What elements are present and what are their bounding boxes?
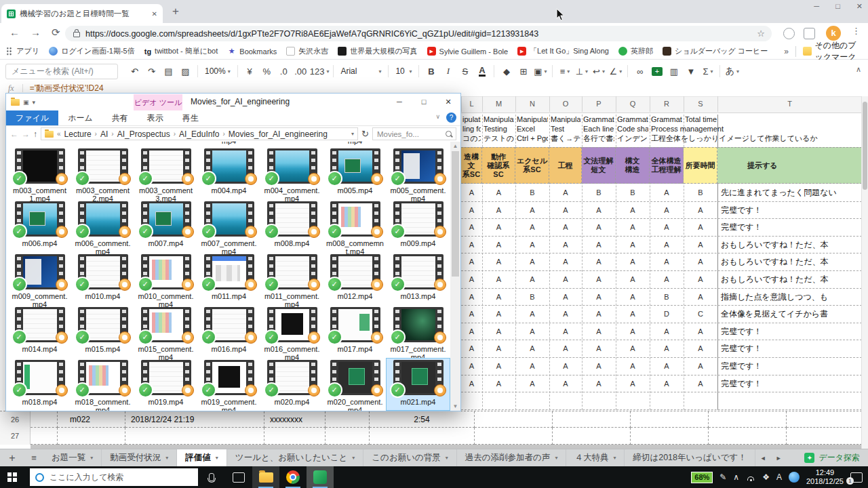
comment-cell[interactable]: おもしろいですね！ただ、本 <box>717 271 863 288</box>
grade-cell[interactable]: A <box>582 340 616 357</box>
bookmark-star-icon[interactable]: ☆ <box>757 28 765 39</box>
bookmark-item[interactable]: 矢沢永吉 <box>286 46 328 56</box>
font-size-button[interactable]: 10▾ <box>393 63 414 79</box>
grade-cell[interactable]: A <box>549 237 582 253</box>
table-cell[interactable] <box>631 411 709 428</box>
sheet-tab[interactable]: ４大特典▾ <box>566 449 625 466</box>
scroll-down-icon[interactable]: ▼ <box>450 403 460 409</box>
video-tools-tab[interactable]: ビデオ ツール <box>134 94 182 110</box>
file-item[interactable]: ✓m006_comment.mp4 <box>71 200 134 251</box>
bookmark-item[interactable]: ▶Sylvie Guillem - Bole <box>427 47 508 56</box>
grade-cell[interactable]: C <box>684 306 717 323</box>
grade-cell[interactable]: A <box>582 237 616 253</box>
comment-cell[interactable]: 完璧です！ <box>717 323 863 340</box>
breadcrumb-item[interactable]: AI_EduInfo <box>179 129 219 139</box>
notification-icon[interactable]: 1 <box>850 472 863 483</box>
table-row[interactable]: AABABBAB先に進まれてまったく問題ない <box>461 184 862 202</box>
start-button[interactable] <box>0 466 30 488</box>
table-row[interactable]: AAAAAAAAおもしろいですね！ただ、本 <box>461 271 862 289</box>
horizontal-align-button[interactable]: ≡▾ <box>557 63 572 79</box>
grade-cell[interactable]: A <box>650 271 684 288</box>
grade-cell[interactable]: A <box>616 323 650 340</box>
grade-cell[interactable]: A <box>616 219 650 236</box>
explorer-up-icon[interactable]: ↑ <box>33 129 37 139</box>
grade-cell[interactable]: A <box>515 253 549 270</box>
table-row[interactable]: AAAAAAAAおもしろいですね！ただ、本 <box>461 237 862 254</box>
file-item[interactable]: ✓m007.mp4 <box>134 200 197 251</box>
grade-cell[interactable]: A <box>482 340 515 357</box>
grade-cell[interactable]: A <box>515 340 549 357</box>
table-row[interactable]: AAAAAAAAおもしろいですね！ただ、本 <box>461 253 862 271</box>
grade-cell[interactable]: A <box>684 219 717 236</box>
help-icon[interactable]: ? <box>446 113 456 123</box>
taskbar-file-explorer[interactable] <box>252 466 279 488</box>
bookmarks-overflow-icon[interactable]: » <box>784 47 789 56</box>
grade-cell[interactable]: A <box>461 271 482 288</box>
bookmark-item[interactable]: ログイン画面-1期-5倍 <box>49 46 135 56</box>
table-cell[interactable] <box>787 428 862 445</box>
colored-header-cell[interactable]: 工程 <box>549 147 582 184</box>
table-row[interactable]: AAAAAAAA完璧です！ <box>461 375 862 393</box>
grade-cell[interactable]: A <box>616 202 650 219</box>
comment-cell[interactable]: おもしろいですね！ただ、本 <box>717 253 863 270</box>
minimize-icon[interactable]: ─ <box>814 2 819 11</box>
file-item[interactable]: ✓m015_comment.mp4 <box>134 306 197 357</box>
browser-tab[interactable]: 機械学習のお題と目標時間一覧 ✕ <box>1 4 163 23</box>
tab-scroll-left-icon[interactable]: ◄ <box>755 449 771 466</box>
formula-input[interactable]: ='動画受付状況'!D24 <box>30 83 104 94</box>
grade-cell[interactable]: A <box>482 237 515 253</box>
filter-button[interactable]: ▼ <box>683 63 698 79</box>
taskbar-green-app[interactable] <box>307 466 334 488</box>
file-item[interactable]: ✓m018.mp4 <box>8 359 71 410</box>
table-cell[interactable]: m022 <box>58 411 125 428</box>
table-row[interactable]: AAAAAAAA完璧です！ <box>461 340 862 358</box>
grade-cell[interactable]: A <box>650 358 684 375</box>
table-row[interactable]: 27 <box>0 428 862 445</box>
italic-button[interactable]: I <box>440 63 456 79</box>
file-item[interactable]: ✓m018_comment.mp4 <box>71 359 134 410</box>
table-cell[interactable] <box>31 411 58 428</box>
forward-icon[interactable]: → <box>31 26 41 38</box>
grade-cell[interactable]: A <box>549 289 582 306</box>
grade-cell[interactable]: A <box>582 358 616 375</box>
browser-menu-icon[interactable]: ⋮ <box>852 26 861 36</box>
grade-cell[interactable]: A <box>482 202 515 219</box>
ribbon-tab-4[interactable]: 表示 <box>138 110 173 125</box>
grade-cell[interactable]: A <box>582 306 616 323</box>
bookmark-item[interactable]: ▶「Let It Go」Sing Along <box>517 46 609 56</box>
paint-format-button[interactable]: ▨ <box>178 63 193 79</box>
file-item[interactable]: ✓m011_comment.mp4 <box>260 253 323 304</box>
grade-cell[interactable]: A <box>650 253 684 270</box>
file-list[interactable]: mp4mp4✓m003_comment1.mp4✓m003_comment2.m… <box>6 142 450 411</box>
grade-cell[interactable]: A <box>684 253 717 270</box>
back-icon[interactable]: ← <box>9 26 20 38</box>
grade-cell[interactable]: B <box>515 184 549 201</box>
scrollbar-thumb[interactable] <box>452 151 459 277</box>
grade-cell[interactable]: A <box>549 306 582 323</box>
scrollbar-thumb[interactable] <box>863 102 867 190</box>
ribbon-tab-5[interactable]: 再生 <box>173 110 208 125</box>
grade-cell[interactable]: A <box>549 253 582 270</box>
colored-header-cell[interactable]: 所要時間 <box>684 147 717 184</box>
bookmark-item[interactable]: ★Bookmarks <box>227 47 277 56</box>
grade-cell[interactable]: B <box>616 184 650 201</box>
table-cell[interactable] <box>58 428 125 445</box>
table-row[interactable] <box>461 392 862 410</box>
grade-cell[interactable]: A <box>650 184 684 201</box>
table-cell[interactable] <box>264 428 326 445</box>
column-header[interactable]: L <box>461 96 482 112</box>
grade-cell[interactable]: A <box>482 289 515 306</box>
grade-cell[interactable]: A <box>684 271 717 288</box>
insert-chart-button[interactable]: ▥ <box>666 63 682 79</box>
grade-cell[interactable]: A <box>616 358 650 375</box>
sheet-scrollbar[interactable] <box>861 96 868 449</box>
table-cell[interactable] <box>326 411 370 428</box>
sheet-tab[interactable]: ツールと、お願いしたいこと▾ <box>227 449 363 466</box>
qat-check-icon[interactable]: ▣ <box>23 99 29 106</box>
file-item[interactable]: ✓m004.mp4 <box>197 147 260 199</box>
comment-cell[interactable]: 指摘した点を意識しつつ、も <box>717 289 863 306</box>
comment-cell[interactable]: 完璧です！ <box>717 340 863 357</box>
clock[interactable]: 12:49 2018/12/25 <box>806 468 844 486</box>
currency-button[interactable]: ¥ <box>242 63 258 79</box>
table-cell[interactable] <box>709 428 787 445</box>
